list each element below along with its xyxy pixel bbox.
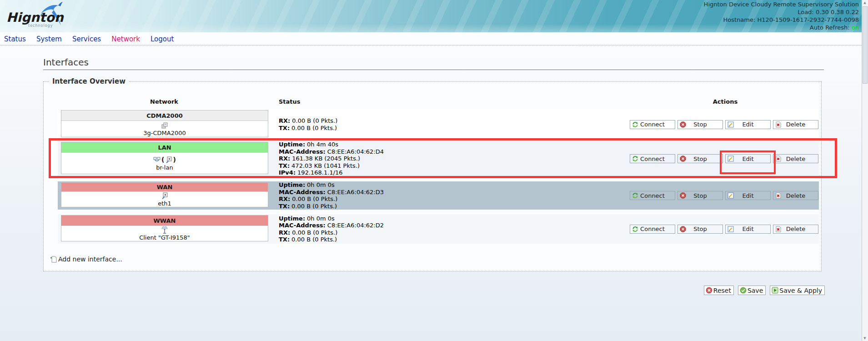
connect-button[interactable]: Connect [630, 154, 675, 163]
save-button[interactable]: Save [738, 286, 766, 295]
column-header-status: Status [279, 98, 301, 105]
edit-button[interactable]: Edit [725, 120, 771, 129]
autorefresh-status: on [852, 24, 859, 31]
column-header-network: Network [61, 98, 267, 105]
connect-icon [632, 121, 638, 128]
connect-button[interactable]: Connect [630, 191, 675, 200]
edit-icon [728, 226, 734, 232]
fieldset-legend: Interface Overview [49, 77, 129, 85]
hostname-line: Hostname: H120-1509-1617-2932-7744-0098 [704, 16, 859, 24]
edit-icon [728, 155, 734, 162]
network-name-band: WWAN [61, 216, 268, 226]
brand-subtitle: technology [28, 24, 53, 28]
status-cell: Uptime:0h 0m 0s MAC-Address:C8:EE:A6:04:… [279, 181, 624, 210]
delete-icon [775, 192, 782, 199]
autorefresh-line: Auto Refresh: on [704, 24, 859, 31]
status-cell: RX:0.00 B (0 Pkts.) TX:0.00 B (0 Pkts.) [279, 109, 624, 140]
stop-button[interactable]: Stop [677, 191, 723, 200]
system-info-block: Hignton Device Cloudy Remote Supervisory… [704, 0, 859, 31]
hignton-logo: Hignton technology [6, 2, 84, 30]
paren-open: ( [161, 156, 164, 163]
paren-close: ) [173, 156, 176, 163]
network-cell: WAN eth1 [61, 182, 268, 207]
brand-name: Hignton [6, 10, 64, 25]
header-banner: Hignton technology Hignton Device Cloudy… [0, 0, 868, 32]
bridge-icon [153, 156, 161, 163]
connect-button[interactable]: Connect [630, 120, 675, 129]
3g-modem-icon [161, 122, 168, 129]
connect-button[interactable]: Connect [630, 225, 675, 234]
interface-name: eth1 [158, 200, 171, 207]
delete-icon [775, 155, 782, 162]
actions-cell: Connect Stop Edit Delete [630, 214, 819, 244]
title-divider [43, 70, 824, 70]
page-title: Interfaces [43, 57, 89, 68]
actions-cell: Connect Stop Edit Delete [630, 141, 819, 176]
interface-name: Client "GT-I9158" [139, 234, 190, 241]
stop-icon [680, 192, 686, 199]
edit-icon [728, 121, 734, 128]
ethernet-port-icon [166, 156, 172, 163]
stop-icon [680, 121, 686, 128]
scroll-up-arrow[interactable]: ▲ [862, 1, 868, 5]
delete-button[interactable]: Delete [773, 154, 818, 163]
main-nav: Status System Services Network Logout [0, 32, 868, 45]
connect-icon [632, 226, 638, 232]
delete-icon [775, 226, 782, 232]
device-title: Hignton Device Cloudy Remote Supervisory… [704, 0, 859, 8]
nav-item-status[interactable]: Status [0, 32, 30, 43]
connect-icon [632, 192, 638, 199]
reset-button[interactable]: Reset [704, 286, 734, 295]
connect-icon [632, 155, 638, 162]
status-cell: Uptime:0h 0m 0s MAC-Address:C8:EE:A6:04:… [279, 214, 624, 244]
edit-button-lan[interactable]: Edit [725, 154, 771, 163]
table-row-wwan: WWAN Client "GT-I9158" Uptime:0h 0m 0s M… [58, 214, 819, 244]
network-cell: LAN ( ) br-lan [61, 142, 268, 174]
network-cell: CDMA2000 3g-CDMA2000 [61, 110, 268, 137]
scroll-down-arrow[interactable]: ▼ [862, 336, 868, 340]
network-cell: WWAN Client "GT-I9158" [61, 215, 268, 241]
ethernet-icon [161, 192, 168, 199]
interface-name: br-lan [156, 164, 173, 171]
stop-button[interactable]: Stop [677, 120, 723, 129]
edit-button[interactable]: Edit [725, 191, 771, 200]
nav-item-services[interactable]: Services [68, 32, 105, 43]
router-admin-page: Hignton technology Hignton Device Cloudy… [0, 0, 868, 341]
scrollbar-thumb[interactable] [863, 6, 868, 84]
add-icon [50, 256, 57, 263]
table-row-lan: LAN ( ) br-lan Uptime:0h 4m 40s MAC-Addr… [58, 141, 819, 176]
edit-button[interactable]: Edit [725, 225, 771, 234]
load-line: Load: 0.30 0.38 0.22 [704, 8, 859, 16]
interface-name: 3g-CDMA2000 [143, 130, 186, 136]
stop-icon [680, 155, 686, 162]
network-name-band: WAN [61, 183, 268, 192]
delete-button[interactable]: Delete [773, 225, 818, 234]
save-icon [740, 287, 747, 294]
reset-icon [706, 287, 712, 294]
table-row-cdma2000: CDMA2000 3g-CDMA2000 RX:0.00 B (0 Pkts.)… [58, 109, 819, 140]
actions-cell: Connect Stop Edit Delete [630, 109, 819, 140]
stop-button[interactable]: Stop [677, 154, 723, 163]
delete-button[interactable]: Delete [773, 191, 818, 200]
add-new-interface-link[interactable]: Add new interface... [50, 256, 122, 263]
stop-icon [680, 226, 686, 232]
network-name-band: CDMA2000 [61, 110, 268, 121]
save-apply-icon [772, 287, 778, 294]
edit-icon [728, 192, 734, 199]
save-apply-button[interactable]: Save & Apply [770, 286, 825, 295]
column-header-actions: Actions [632, 98, 818, 105]
nav-item-system[interactable]: System [32, 32, 66, 43]
delete-button[interactable]: Delete [773, 120, 818, 129]
table-row-wan: WAN eth1 Uptime:0h 0m 0s MAC-Address:C8:… [58, 181, 819, 210]
network-name-band: LAN [61, 142, 268, 153]
actions-cell: Connect Stop Edit Delete [630, 181, 819, 210]
footer-buttons: Reset Save Save & Apply [704, 286, 825, 295]
nav-item-logout[interactable]: Logout [146, 32, 178, 43]
wireless-icon [161, 226, 168, 234]
vertical-scrollbar[interactable]: ▲ ▼ [862, 0, 868, 341]
stop-button[interactable]: Stop [677, 225, 723, 234]
status-cell: Uptime:0h 4m 40s MAC-Address:C8:EE:A6:04… [279, 141, 624, 176]
delete-icon [775, 121, 782, 128]
nav-item-network[interactable]: Network [107, 32, 144, 43]
